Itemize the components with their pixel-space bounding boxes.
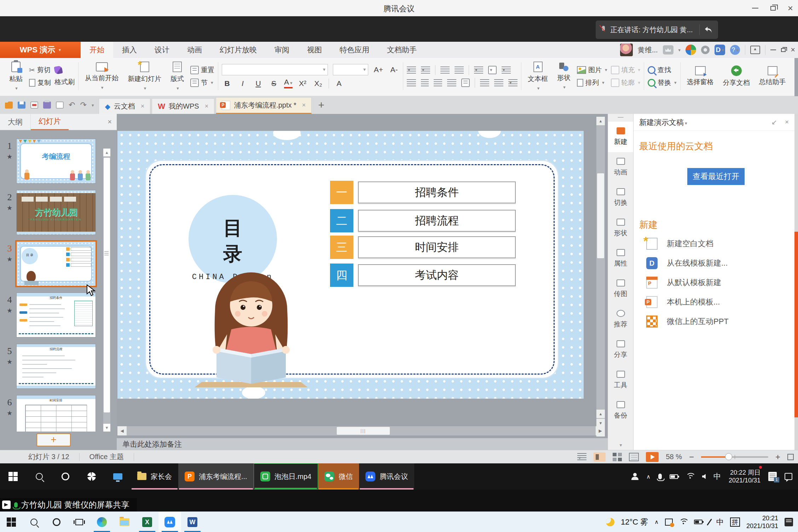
summary-assistant-button[interactable]: 总结助手 <box>756 65 789 87</box>
tab-slideshow[interactable]: 幻灯片放映 <box>211 42 266 58</box>
new-from-online-template-item[interactable]: D 从在线模板新建... <box>646 257 728 269</box>
taskbar-item-meeting[interactable]: 腾讯会议 <box>359 463 414 490</box>
docer-icon[interactable]: D <box>715 45 725 55</box>
justify-button[interactable] <box>447 79 456 86</box>
help-icon[interactable]: ? <box>730 45 740 55</box>
clock-shared[interactable]: 20:22 周日 2021/10/31 <box>729 469 761 484</box>
zoom-slider[interactable] <box>701 456 768 458</box>
bold-button[interactable]: B <box>222 79 232 88</box>
slide-canvas[interactable]: 目 录 CHINA Design <box>117 131 584 399</box>
new-blank-doc-item[interactable]: 新建空白文档 <box>646 238 713 250</box>
battery-icon[interactable] <box>694 520 702 524</box>
edge-scroll-indicator[interactable] <box>794 232 798 417</box>
member-crown-icon[interactable] <box>663 45 673 54</box>
zoom-in-button[interactable]: + <box>775 452 780 462</box>
toc-item-2[interactable]: 二 招聘流程 <box>330 209 516 232</box>
ime-indicator[interactable]: 中 <box>716 517 724 527</box>
slide-thumbnail-5[interactable]: 招聘流程 <box>17 344 96 388</box>
edge-taskbar-icon[interactable] <box>91 512 113 532</box>
shapes-button[interactable]: 形状 <box>554 62 573 91</box>
taskbar-item-wps[interactable]: P 浦东考编流程... <box>178 463 254 490</box>
taskbar-item-video[interactable]: 泡泡日.mp4 <box>254 463 318 490</box>
excel-taskbar-icon[interactable]: X <box>136 512 158 532</box>
rail-item-tools[interactable]: 工具 <box>608 365 633 395</box>
text-direction-button[interactable] <box>474 66 483 74</box>
tab-design[interactable]: 设计 <box>146 42 178 58</box>
rail-item-upload-image[interactable]: 传图 <box>608 274 633 304</box>
doc-tab-mywps[interactable]: W 我的WPS × <box>152 98 214 114</box>
rail-more-chevron[interactable]: ▾ <box>608 442 634 448</box>
new-tab-button[interactable]: + <box>318 99 324 111</box>
clock-host[interactable]: 20:21 2021/10/31 <box>746 514 778 530</box>
align-center-button[interactable] <box>421 79 429 86</box>
panel-collapse-icon[interactable]: ↙ <box>771 118 777 126</box>
slide-sorter-button[interactable] <box>613 453 622 461</box>
toc-item-3[interactable]: 三 时间安排 <box>330 236 516 259</box>
print-icon[interactable] <box>43 102 51 109</box>
font-size-combobox[interactable] <box>333 64 368 75</box>
shrink-font-button[interactable]: A- <box>389 65 399 74</box>
print-preview-icon[interactable] <box>56 102 64 109</box>
close-panel-icon[interactable]: × <box>108 118 112 126</box>
increase-indent-button[interactable] <box>455 66 464 74</box>
bullets-button[interactable] <box>407 66 416 74</box>
start-button-host[interactable] <box>0 512 23 532</box>
view-recent-button[interactable]: 查看最近打开 <box>687 168 745 185</box>
wps-restore-button[interactable] <box>781 48 786 52</box>
scroll-up-arrow[interactable]: ▲ <box>596 117 605 125</box>
doc-tab-cloud[interactable]: ◆ 云文档 × <box>99 98 150 114</box>
wifi-icon[interactable] <box>686 473 694 480</box>
tab-doc-assistant[interactable]: 文档助手 <box>378 42 426 58</box>
align-right-button[interactable] <box>434 79 442 86</box>
play-slideshow-button[interactable] <box>646 452 659 462</box>
wps-colorful-icon[interactable] <box>686 45 696 55</box>
rail-item-animation[interactable]: 动画 <box>608 152 633 183</box>
close-tab-icon[interactable]: × <box>205 103 209 110</box>
fit-slide-button[interactable] <box>787 454 794 460</box>
format-painter-button[interactable] <box>54 66 75 74</box>
wps-minimize-button[interactable] <box>770 50 776 50</box>
task-view-button[interactable] <box>68 512 91 532</box>
zoom-out-button[interactable]: − <box>689 452 694 462</box>
font-color-button[interactable]: A <box>284 78 293 88</box>
rail-item-transition[interactable]: 切换 <box>608 183 633 213</box>
grow-font-button[interactable]: A+ <box>373 65 384 74</box>
notification-icon[interactable] <box>785 518 793 526</box>
underline-button[interactable]: U <box>253 79 264 88</box>
strikethrough-button[interactable]: S <box>268 79 279 88</box>
reading-view-button[interactable] <box>629 453 639 461</box>
hide-ribbon-icon[interactable] <box>750 46 760 54</box>
rail-item-properties[interactable]: 属性 <box>608 243 633 274</box>
qat-dropdown-arrow[interactable]: ▾ <box>92 103 94 108</box>
rail-item-backup[interactable]: 备份 <box>608 395 633 426</box>
tab-insert[interactable]: 插入 <box>113 42 146 58</box>
reply-arrow-icon[interactable] <box>704 25 713 34</box>
slide-thumbnail-4[interactable]: 招聘条件 <box>17 293 96 337</box>
superscript-button[interactable]: X² <box>297 79 308 88</box>
outline-button[interactable]: 轮廓 <box>611 78 641 87</box>
outline-tab[interactable]: 大纲 <box>0 114 31 130</box>
file-explorer-icon[interactable] <box>113 512 136 532</box>
tab-home[interactable]: 开始 <box>81 42 113 58</box>
start-button-shared[interactable] <box>0 463 26 490</box>
find-button[interactable]: 查找 <box>648 65 677 75</box>
text-frame-button[interactable] <box>488 66 497 74</box>
distribute-button[interactable] <box>461 79 470 87</box>
tab-animation[interactable]: 动画 <box>178 42 211 58</box>
slides-tab[interactable]: 幻灯片 <box>31 114 69 130</box>
pen-icon[interactable] <box>707 519 712 526</box>
tab-special-features[interactable]: 特色应用 <box>331 42 378 58</box>
onedrive-icon[interactable] <box>665 519 673 526</box>
user-dropdown-arrow[interactable]: ▾ <box>678 47 681 53</box>
pinyin-indicator[interactable]: 拼 <box>730 517 740 527</box>
wps-app-menu-button[interactable]: WPS 演示▾ <box>0 42 81 58</box>
meeting-close-button[interactable]: × <box>788 5 793 12</box>
action-center-icon[interactable] <box>785 473 792 480</box>
copy-button[interactable]: 复制 <box>29 78 51 87</box>
wifi-icon[interactable] <box>679 519 688 526</box>
paste-button[interactable]: 粘贴 <box>6 61 25 92</box>
notification-icon[interactable]: 1 <box>768 472 777 481</box>
new-slide-button[interactable]: 新建幻灯片 <box>125 61 164 92</box>
scroll-left-arrow[interactable]: ◀ <box>117 426 127 435</box>
notes-bar[interactable]: 单击此处添加备注 <box>117 438 608 450</box>
